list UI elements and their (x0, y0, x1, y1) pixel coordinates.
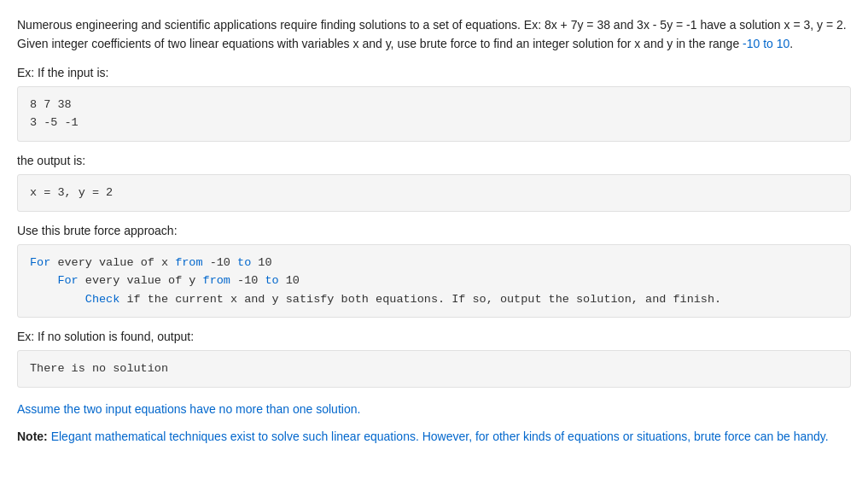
assume-paragraph: Assume the two input equations have no m… (17, 400, 851, 418)
assume-text-highlight: Assume the two input equations have no m… (17, 402, 360, 416)
example1-input-block: 8 7 38 3 -5 -1 (17, 86, 851, 142)
note-label: Note: (17, 430, 48, 443)
output1-code: x = 3, y = 2 (30, 184, 838, 202)
note-text-content: Elegant mathematical techniques exist to… (51, 430, 829, 443)
example2-code: There is no solution (30, 359, 838, 378)
example1-label: Ex: If the input is: (17, 66, 851, 79)
approach-block: For every value of x from -10 to 10 For … (17, 244, 851, 319)
approach-line3: Check if the current x and y satisfy bot… (30, 290, 838, 309)
note-paragraph: Note: Elegant mathematical techniques ex… (17, 427, 851, 446)
intro-paragraph: Numerous engineering and scientific appl… (17, 15, 851, 54)
range-highlight: -10 to 10 (743, 37, 789, 50)
example1-line1: 8 7 38 (30, 96, 838, 114)
approach-line2: For every value of y from -10 to 10 (30, 272, 838, 290)
example2-label: Ex: If no solution is found, output: (17, 330, 851, 343)
approach-line1: For every value of x from -10 to 10 (30, 254, 838, 272)
output1-label: the output is: (17, 154, 851, 167)
output1-block: x = 3, y = 2 (17, 174, 851, 212)
approach-label: Use this brute force approach: (17, 224, 851, 237)
example2-block: There is no solution (17, 350, 851, 388)
example1-line2: 3 -5 -1 (30, 114, 838, 132)
